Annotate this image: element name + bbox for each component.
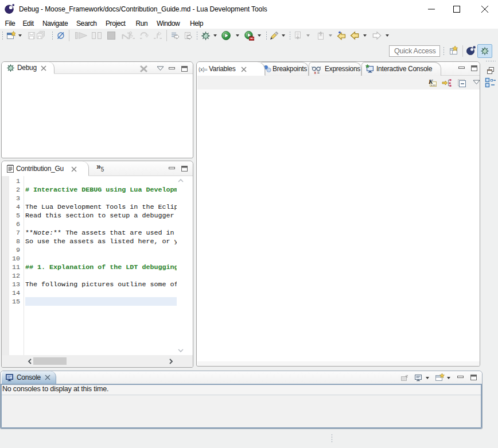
svg-text:K: K bbox=[428, 78, 433, 85]
svg-text:x: x bbox=[314, 71, 317, 75]
svg-text:=: = bbox=[317, 71, 320, 75]
